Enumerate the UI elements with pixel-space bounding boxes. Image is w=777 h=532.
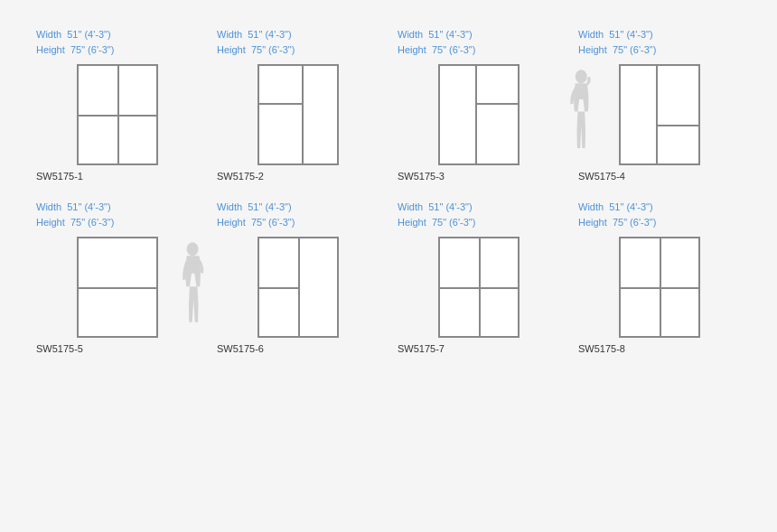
width-value-sw6: 51" (4'-3")	[248, 201, 291, 212]
panel-sw7	[438, 237, 520, 338]
width-label-sw2: Width	[217, 29, 248, 40]
height-label-sw4: Height	[578, 44, 613, 55]
h-divider	[259, 287, 298, 289]
width-value-sw7: 51" (4'-3")	[428, 201, 472, 212]
height-value-sw7: 75" (6'-3")	[432, 217, 475, 228]
panel-sw2	[257, 64, 339, 165]
panel-wrapper-sw1	[36, 64, 199, 165]
h-divider	[656, 125, 698, 126]
panel-name-sw6: SW5175-6	[217, 343, 264, 354]
panel-name-sw1: SW5175-1	[36, 171, 83, 182]
panel-sw4	[619, 64, 700, 165]
panel-group-sw5: Width 51" (4'-3") Height 75" (6'-3") SW5…	[36, 200, 199, 354]
h-divider	[475, 103, 518, 105]
dims-sw5: Width 51" (4'-3") Height 75" (6'-3")	[36, 200, 114, 229]
panel-row-1: Width 51" (4'-3") Height 75" (6'-3") SW5…	[36, 27, 741, 182]
height-value-sw6: 75" (6'-3")	[251, 217, 295, 228]
dims-sw7: Width 51" (4'-3") Height 75" (6'-3")	[398, 200, 475, 229]
v-divider	[660, 238, 661, 336]
width-label-sw8: Width	[578, 201, 609, 212]
panel-wrapper-sw2	[217, 64, 379, 165]
dims-sw4: Width 51" (4'-3") Height 75" (6'-3")	[578, 27, 656, 57]
height-label-sw7: Height	[398, 217, 432, 228]
width-label-sw6: Width	[217, 201, 248, 212]
panel-name-sw4: SW5175-4	[578, 171, 625, 182]
height-label-sw8: Height	[578, 217, 613, 228]
panel-name-sw8: SW5175-8	[578, 343, 625, 354]
panel-wrapper-sw7	[398, 237, 560, 338]
height-value-sw4: 75" (6'-3")	[613, 44, 656, 55]
panel-group-sw2: Width 51" (4'-3") Height 75" (6'-3") SW5…	[217, 27, 379, 182]
panel-wrapper-sw3	[398, 64, 560, 165]
width-value-sw2: 51" (4'-3")	[248, 29, 291, 40]
height-value-sw3: 75" (6'-3")	[432, 44, 475, 55]
width-label-sw3: Width	[398, 29, 428, 40]
panel-wrapper-sw6	[217, 237, 379, 338]
width-label-sw4: Width	[578, 29, 609, 40]
height-label-sw2: Height	[217, 44, 251, 55]
panel-group-sw6: Width 51" (4'-3") Height 75" (6'-3")	[217, 200, 379, 354]
v-divider	[117, 66, 119, 163]
width-value-sw4: 51" (4'-3")	[609, 29, 652, 40]
panel-name-sw7: SW5175-7	[398, 343, 445, 354]
v-divider	[298, 238, 300, 336]
dims-sw8: Width 51" (4'-3") Height 75" (6'-3")	[578, 200, 656, 229]
dims-sw6: Width 51" (4'-3") Height 75" (6'-3")	[217, 200, 295, 229]
v-divider	[302, 66, 304, 163]
height-label-sw5: Height	[36, 217, 70, 228]
panel-sw8	[619, 237, 700, 338]
height-label-sw3: Height	[398, 44, 432, 55]
panel-wrapper-sw5	[36, 237, 199, 338]
main-card: Width 51" (4'-3") Height 75" (6'-3") SW5…	[0, 0, 777, 532]
v-divider	[475, 66, 477, 163]
svg-point-0	[575, 70, 586, 83]
panel-sw3	[438, 64, 520, 165]
panel-sw6	[257, 237, 339, 338]
panel-group-sw3: Width 51" (4'-3") Height 75" (6'-3")	[398, 27, 560, 182]
dims-sw3: Width 51" (4'-3") Height 75" (6'-3")	[398, 27, 475, 57]
panel-sw5	[77, 237, 158, 338]
svg-point-1	[187, 242, 199, 256]
panel-group-sw1: Width 51" (4'-3") Height 75" (6'-3") SW5…	[36, 27, 199, 182]
height-label-sw6: Height	[217, 217, 251, 228]
width-value-sw3: 51" (4'-3")	[428, 29, 472, 40]
h-divider	[259, 103, 302, 105]
width-label-sw5: Width	[36, 201, 67, 212]
width-value-sw5: 51" (4'-3")	[67, 201, 110, 212]
h-divider	[79, 287, 156, 289]
width-label-sw1: Width	[36, 29, 67, 40]
panel-row-2: Width 51" (4'-3") Height 75" (6'-3") SW5…	[36, 200, 741, 354]
height-value-sw2: 75" (6'-3")	[251, 44, 295, 55]
person-silhouette-sw6	[179, 240, 208, 338]
panel-name-sw2: SW5175-2	[217, 171, 264, 182]
v-divider	[479, 238, 481, 336]
panel-sw1	[77, 64, 158, 165]
panel-group-sw8: Width 51" (4'-3") Height 75" (6'-3") SW5…	[578, 200, 741, 354]
width-value-sw8: 51" (4'-3")	[609, 201, 652, 212]
height-label-sw1: Height	[36, 44, 70, 55]
panel-group-sw4: Width 51" (4'-3") Height 75" (6'-3") SW5…	[578, 27, 741, 182]
height-value-sw5: 75" (6'-3")	[70, 217, 114, 228]
height-value-sw8: 75" (6'-3")	[613, 217, 656, 228]
width-value-sw1: 51" (4'-3")	[67, 29, 110, 40]
dims-sw1: Width 51" (4'-3") Height 75" (6'-3")	[36, 27, 114, 57]
panel-wrapper-sw8	[578, 237, 741, 338]
width-label-sw7: Width	[398, 201, 428, 212]
height-value-sw1: 75" (6'-3")	[70, 44, 114, 55]
panel-wrapper-sw4	[578, 64, 741, 165]
panel-name-sw3: SW5175-3	[398, 171, 445, 182]
person-silhouette-sw3	[566, 68, 594, 165]
panel-name-sw5: SW5175-5	[36, 343, 83, 354]
panel-group-sw7: Width 51" (4'-3") Height 75" (6'-3") SW5…	[398, 200, 560, 354]
dims-sw2: Width 51" (4'-3") Height 75" (6'-3")	[217, 27, 295, 57]
v-divider	[656, 66, 658, 163]
